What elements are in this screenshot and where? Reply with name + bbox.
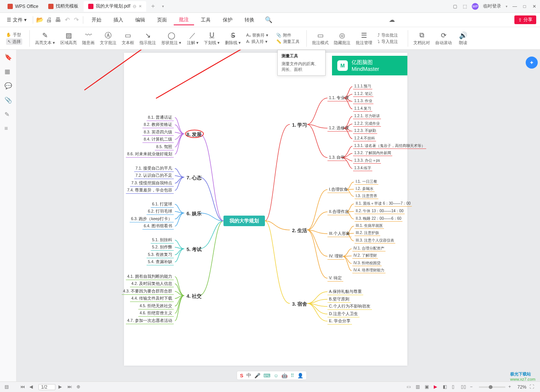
read-button[interactable]: 🔊朗读	[455, 31, 471, 46]
measure-button[interactable]: 📏 测量工具	[276, 39, 300, 44]
leaf: 1.2.1. 尽力听讲	[353, 113, 381, 119]
bookmark-icon[interactable]: 🔖	[5, 54, 12, 61]
maximize-button[interactable]: □	[522, 4, 527, 9]
area-highlight-button[interactable]: ▨区域高亮	[58, 31, 79, 46]
menutab-convert[interactable]: 转换	[239, 15, 260, 25]
cube-icon[interactable]: ⬚	[462, 4, 467, 9]
ime-bar[interactable]: S 中🎤⌨☺🤖⠿👤	[237, 371, 307, 380]
menutab-annotate[interactable]: 批注	[174, 15, 194, 25]
attachment-icon[interactable]: 📎	[5, 96, 12, 104]
comment-icon[interactable]: 💬	[5, 82, 12, 90]
undo-icon[interactable]: ↶	[63, 16, 71, 24]
branch-1: 1. 学习	[290, 121, 309, 129]
mode-button[interactable]: ▭批注模式	[310, 31, 331, 46]
toc-icon[interactable]: ▤	[5, 384, 11, 390]
zoom-level[interactable]: 72%	[517, 384, 526, 390]
leaf: A.保持礼貌与尊重	[327, 289, 363, 295]
replace-button[interactable]: Aₐ 替换符 ▾	[246, 32, 268, 38]
zoom-slider[interactable]	[479, 386, 505, 388]
close-tab-icon[interactable]: ✕	[139, 4, 142, 8]
close-window-button[interactable]: ✕	[532, 4, 537, 9]
tab-template[interactable]: 找稻壳模板	[44, 1, 83, 12]
leaf: 1.2. 选修课	[327, 125, 350, 132]
menutab-start[interactable]: 开始	[86, 15, 107, 25]
share-button[interactable]: ⇪ 分享	[514, 15, 536, 24]
fullscreen-button[interactable]: ⛶	[529, 384, 535, 390]
zoom-out-button[interactable]: −	[470, 384, 476, 390]
last-page-button[interactable]: ⏭	[67, 384, 73, 390]
view1-icon[interactable]: ▭	[407, 384, 413, 390]
add-tab-button[interactable]: ＋	[147, 2, 159, 10]
export-button[interactable]: ⤴ 导出批注	[378, 32, 398, 38]
insert-button[interactable]: Aᵢ 插入符 ▾	[246, 39, 267, 44]
annotate-button[interactable]: ／注解 ▾	[184, 31, 201, 46]
menutab-edit[interactable]: 编辑	[130, 15, 150, 25]
leaf: III.3. 注意个人仪容仪表	[355, 238, 395, 243]
sign-icon[interactable]: ✎	[5, 111, 12, 118]
manage-button[interactable]: ☰批注管理	[353, 31, 375, 46]
scribble-button[interactable]: 〰随意画	[80, 31, 97, 46]
cloud-icon[interactable]: ☁	[388, 16, 396, 24]
leaf: IV.4. 培养理财能力	[352, 268, 385, 273]
layers-icon[interactable]: ≡	[5, 125, 12, 133]
underline-button[interactable]: U下划线 ▾	[202, 31, 222, 46]
zoom-in-button[interactable]: +	[508, 384, 514, 390]
first-page-button[interactable]: ⏮	[20, 384, 26, 390]
menutab-insert[interactable]: 插入	[108, 15, 128, 25]
select-tool[interactable]: ↖ 选择	[6, 38, 22, 45]
tab-wps[interactable]: WPS Office	[3, 1, 43, 12]
leaf: 8.5. 驾照	[155, 144, 174, 150]
tooltip: 测量工具 测量文件内的距离、周长、面积	[277, 50, 326, 76]
compare-button[interactable]: ⧉文档比对	[411, 31, 432, 46]
menutab-tools[interactable]: 工具	[196, 15, 216, 25]
avatar[interactable]: WP	[472, 3, 479, 10]
strikeout-button[interactable]: S̶删除线 ▾	[223, 31, 243, 46]
redo-icon[interactable]: ↷	[72, 16, 80, 24]
point-note-button[interactable]: ↘指示批注	[137, 31, 158, 46]
panel-icon[interactable]: ▢	[452, 4, 457, 9]
print-icon[interactable]: 🖶	[54, 16, 62, 24]
locate-icon[interactable]: ⊕	[76, 384, 83, 390]
menutab-page[interactable]: 页面	[152, 15, 172, 25]
leaf: 1.2.4.不挂科	[353, 136, 376, 141]
leaf: I.合理饮食	[327, 187, 349, 193]
search-icon[interactable]: 🔍	[265, 16, 272, 24]
prev-page-button[interactable]: ◀	[29, 384, 35, 390]
continuous-icon[interactable]: ▯▯	[461, 384, 467, 390]
fit-icon[interactable]: ◧	[443, 384, 449, 390]
hand-tool[interactable]: ✋ 手型	[6, 32, 21, 38]
minimize-button[interactable]: —	[512, 4, 517, 9]
float-assist-button[interactable]: ✦	[526, 57, 538, 69]
text-note-button[interactable]: Ⓐ文字批注	[98, 31, 119, 46]
leaf: 1.3.2. 了解国内外新闻	[353, 150, 392, 156]
open-icon[interactable]: 📂	[36, 16, 44, 24]
leaf: III.个人形象	[327, 231, 352, 237]
view3-icon[interactable]: ▣	[425, 384, 431, 390]
canvas[interactable]: ✦ 测量工具 测量文件内的距离、周长、面积 M 亿图脑图MindMaster	[17, 50, 540, 381]
play-button[interactable]: ▶	[434, 384, 440, 390]
hide-button[interactable]: ◎隐藏批注	[332, 31, 353, 46]
login-label[interactable]: 临时登录	[483, 3, 501, 9]
scroll-button[interactable]: ⟳自动滚动	[433, 31, 454, 46]
thumbnail-icon[interactable]: ▦	[5, 68, 12, 75]
branch-7: 7. 心态	[184, 174, 204, 182]
view2-icon[interactable]: ▥	[416, 384, 422, 390]
branch-5: 5. 考试	[184, 245, 204, 254]
branch-3: 3. 宿舍	[290, 300, 309, 308]
shape-note-button[interactable]: ◯形状批注 ▾	[159, 31, 184, 46]
save-icon[interactable]: 🖨	[45, 16, 53, 24]
highlight-button[interactable]: ✎高亮文本 ▾	[33, 31, 57, 46]
menu-button[interactable]: ☰ 文件 ▾	[4, 15, 30, 25]
attach-button[interactable]: 📎 附件	[276, 32, 291, 38]
menutab-protect[interactable]: 保护	[217, 15, 238, 25]
tab-dropdown[interactable]: ▾	[159, 4, 167, 8]
tab-document[interactable]: 我的大学规划.pdf⊖✕	[84, 1, 146, 12]
leaf: 6.3. 跑步（keep打卡）	[130, 216, 174, 222]
next-page-button[interactable]: ▶	[58, 384, 64, 390]
pin-icon[interactable]: ⊖	[133, 4, 136, 9]
page-indicator[interactable]: 1/2	[38, 384, 55, 390]
single-icon[interactable]: ▯	[452, 384, 458, 390]
import-button[interactable]: ⤵ 导入批注	[378, 39, 398, 44]
root-node: 我的大学规划	[223, 216, 265, 226]
textbox-button[interactable]: ▭文本框	[119, 31, 136, 46]
